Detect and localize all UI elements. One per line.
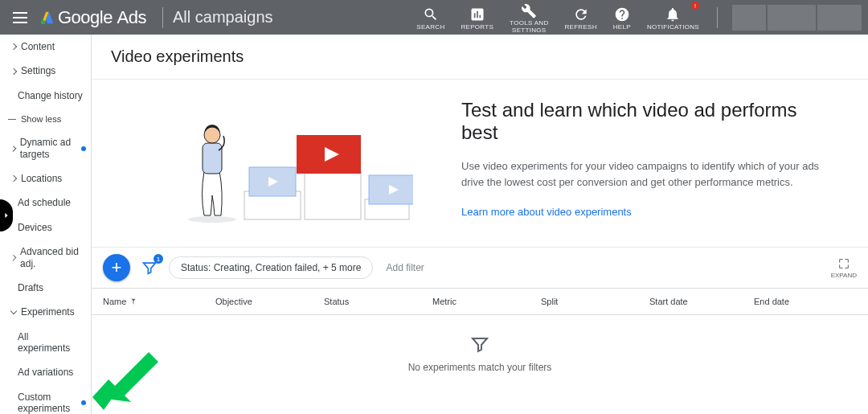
sidebar-item-experiments[interactable]: Experiments xyxy=(0,300,91,324)
page-title: Video experiments xyxy=(92,35,868,80)
svg-point-2 xyxy=(41,19,46,24)
refresh-icon xyxy=(573,6,589,23)
filter-chip-status[interactable]: Status: Creating, Creation failed, + 5 m… xyxy=(169,256,373,279)
show-less-toggle[interactable]: Show less xyxy=(0,108,91,130)
sidebar-item-custom-experiments[interactable]: Custom experiments xyxy=(0,385,91,414)
divider xyxy=(162,7,163,28)
notifications-button[interactable]: ! NOTIFICATIONS xyxy=(639,0,707,35)
search-button[interactable]: SEARCH xyxy=(408,0,452,35)
filter-count-badge: 1 xyxy=(154,254,163,264)
help-button[interactable]: HELP xyxy=(605,0,639,35)
column-metric[interactable]: Metric xyxy=(421,289,530,314)
hero-section: Test and learn which video ad performs b… xyxy=(92,80,868,248)
empty-message: No experiments match your filters xyxy=(408,362,552,373)
bell-icon xyxy=(665,6,681,23)
column-status[interactable]: Status xyxy=(313,289,421,314)
add-filter-label[interactable]: Add filter xyxy=(386,262,424,273)
divider xyxy=(717,7,718,28)
account-area[interactable] xyxy=(727,5,862,31)
app-header: Google Ads All campaigns SEARCH REPORTS … xyxy=(0,0,868,35)
sidebar-item-ad-schedule[interactable]: Ad schedule xyxy=(0,191,91,215)
svg-rect-4 xyxy=(203,143,222,174)
filter-empty-icon xyxy=(470,334,489,354)
learn-more-link[interactable]: Learn more about video experiments xyxy=(461,206,632,218)
reports-icon xyxy=(469,6,485,23)
hero-illustration xyxy=(172,99,413,227)
filter-button[interactable]: 1 xyxy=(138,256,161,279)
svg-point-3 xyxy=(188,216,236,223)
table-toolbar: + 1 Status: Creating, Creation failed, +… xyxy=(92,248,868,288)
sidebar-item-ad-variations[interactable]: Ad variations xyxy=(0,360,91,384)
product-name: Google Ads xyxy=(58,7,146,28)
tools-settings-button[interactable]: TOOLS AND SETTINGS xyxy=(502,0,556,35)
notification-badge: ! xyxy=(691,2,699,10)
expand-button[interactable]: EXPAND xyxy=(831,257,857,279)
refresh-button[interactable]: REFRESH xyxy=(556,0,604,35)
empty-state: No experiments match your filters xyxy=(92,315,868,414)
column-name[interactable]: Name xyxy=(92,289,204,314)
expand-icon xyxy=(837,257,850,270)
column-objective[interactable]: Objective xyxy=(204,289,313,314)
reports-button[interactable]: REPORTS xyxy=(452,0,502,35)
sidebar-item-locations[interactable]: Locations xyxy=(0,166,91,191)
main-content: Video experiments xyxy=(92,35,868,414)
sidebar-item-change-history[interactable]: Change history xyxy=(0,84,91,108)
hero-body: Use video experiments for your video cam… xyxy=(461,158,836,190)
sidebar-item-all-experiments[interactable]: All experiments xyxy=(0,325,91,361)
column-end-date[interactable]: End date xyxy=(743,289,868,314)
table-header: Name Objective Status Metric Split Start… xyxy=(92,288,868,315)
indicator-dot xyxy=(81,400,86,405)
scope-title[interactable]: All campaigns xyxy=(173,8,273,27)
sidebar-item-devices[interactable]: Devices xyxy=(0,215,91,240)
product-logo[interactable]: Google Ads xyxy=(39,7,146,28)
search-icon xyxy=(423,6,439,23)
wrench-icon xyxy=(521,3,537,18)
column-split[interactable]: Split xyxy=(530,289,638,314)
help-icon xyxy=(614,6,630,23)
indicator-dot xyxy=(81,146,86,151)
sidebar-item-dynamic-ad-targets[interactable]: Dynamic ad targets xyxy=(0,130,91,166)
header-tools: SEARCH REPORTS TOOLS AND SETTINGS REFRES… xyxy=(408,0,707,35)
menu-icon[interactable] xyxy=(13,8,32,27)
hero-heading: Test and learn which video ad performs b… xyxy=(461,99,836,144)
sidebar-nav: Content Settings Change history Show les… xyxy=(0,35,92,414)
svg-rect-9 xyxy=(305,171,361,219)
create-button[interactable]: + xyxy=(103,254,130,281)
column-start-date[interactable]: Start date xyxy=(638,289,743,314)
sidebar-item-drafts[interactable]: Drafts xyxy=(0,276,91,300)
ads-logo-icon xyxy=(39,9,56,27)
sort-ascending-icon xyxy=(129,297,137,305)
sidebar-item-content[interactable]: Content xyxy=(0,35,91,59)
sidebar-item-settings[interactable]: Settings xyxy=(0,59,91,83)
sidebar-item-advanced-bid[interactable]: Advanced bid adj. xyxy=(0,240,91,276)
